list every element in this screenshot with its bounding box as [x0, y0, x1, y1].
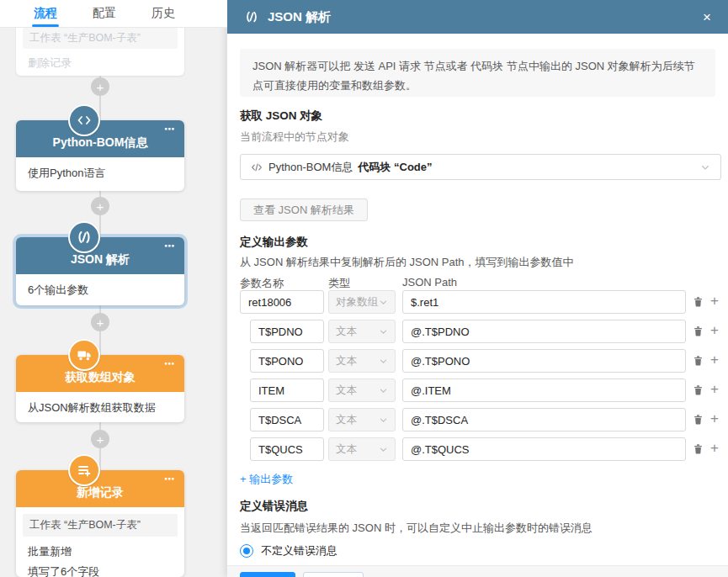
panel-header: JSON 解析 × — [227, 0, 728, 34]
view-json-result-button[interactable]: 查看 JSON 解析结果 — [240, 199, 368, 221]
output-params-heading: 定义输出参数 — [240, 235, 308, 250]
param-path-input[interactable] — [402, 320, 686, 343]
trash-icon[interactable] — [692, 354, 704, 367]
code-icon — [68, 104, 100, 136]
param-row: 文本 + — [227, 378, 728, 402]
param-path-input[interactable] — [402, 378, 686, 402]
param-name-input[interactable] — [240, 290, 324, 314]
add-param-icon[interactable]: + — [710, 440, 719, 457]
node-detail-delete: 删除记录 — [28, 56, 173, 71]
node-title: JSON 解析 — [71, 252, 130, 267]
node-menu-icon[interactable]: ⋯ — [164, 240, 176, 252]
json-parse-icon — [68, 221, 100, 253]
add-param-icon[interactable]: + — [710, 322, 719, 339]
no-error-message-radio[interactable]: 不定义错误消息 — [240, 543, 337, 558]
trash-icon[interactable] — [692, 295, 704, 308]
tab-history[interactable]: 历史 — [151, 0, 175, 27]
node-title: 新增记录 — [77, 485, 124, 500]
node-description: 从JSON解析数组获取数据 — [16, 392, 184, 425]
node-detail-batch: 批量新增 — [23, 542, 178, 562]
param-type-select[interactable]: 文本 — [328, 378, 396, 402]
radio-label: 不定义错误消息 — [261, 543, 337, 558]
param-path-input[interactable] — [402, 349, 686, 373]
chevron-down-icon — [379, 327, 388, 336]
node-menu-icon[interactable]: ⋯ — [164, 357, 176, 370]
chevron-down-icon — [379, 357, 388, 366]
param-path-input[interactable] — [402, 290, 686, 314]
cancel-button[interactable] — [303, 572, 364, 577]
json-parse-panel: JSON 解析 × JSON 解析器可以把 发送 API 请求 节点或者 代码块… — [227, 0, 728, 577]
add-node-button[interactable]: + — [91, 430, 109, 448]
flow-node-add-record[interactable]: 新增记录 ⋯ 工作表 “生产BOM-子表” 批量新增 填写了6个字段 — [16, 470, 184, 577]
param-path-input[interactable] — [402, 408, 686, 431]
error-message-heading: 定义错误消息 — [240, 499, 308, 514]
param-type-select[interactable]: 文本 — [328, 320, 396, 343]
param-type-select[interactable]: 文本 — [328, 349, 396, 373]
add-param-icon[interactable]: + — [710, 410, 719, 427]
column-header-path: JSON Path — [402, 276, 457, 288]
get-json-heading: 获取 JSON 对象 — [240, 109, 322, 124]
tab-flow[interactable]: 流程 — [34, 0, 57, 27]
trash-icon[interactable] — [692, 442, 704, 455]
add-node-button[interactable]: + — [91, 197, 109, 215]
flow-node-python-bom[interactable]: Python-BOM信息 ⋯ 使用Python语言 — [16, 120, 184, 191]
json-source-select[interactable]: Python-BOM信息 代码块 “Code” — [240, 154, 721, 180]
add-output-param-link[interactable]: + 输出参数 — [240, 472, 293, 487]
chevron-down-icon — [379, 416, 388, 425]
node-title: Python-BOM信息 — [53, 135, 148, 151]
node-description: 6个输出参数 — [16, 274, 184, 307]
param-path-input[interactable] — [402, 437, 686, 461]
flow-node-get-array[interactable]: 获取数组对象 ⋯ 从JSON解析数组获取数据 — [16, 355, 184, 422]
trash-icon[interactable] — [692, 413, 704, 426]
param-type-select[interactable]: 对象数组 — [328, 290, 396, 314]
chevron-down-icon — [379, 386, 388, 395]
flow-node-json-parse[interactable]: JSON 解析 ⋯ 6个输出参数 — [16, 237, 184, 305]
param-row: 文本 + — [227, 349, 728, 373]
panel-intro-text: JSON 解析器可以把 发送 API 请求 节点或者 代码块 节点中输出的 JS… — [240, 49, 715, 97]
trash-icon[interactable] — [692, 384, 704, 396]
panel-footer — [227, 565, 728, 577]
param-type-select[interactable]: 文本 — [328, 408, 396, 431]
add-param-icon[interactable]: + — [710, 381, 719, 398]
param-row: 文本 + — [227, 320, 728, 343]
json-parse-icon — [244, 9, 259, 24]
save-button[interactable] — [240, 572, 295, 577]
param-row: 文本 + — [227, 408, 728, 431]
error-message-desc: 当返回匹配错误结果的 JSON 时，可以自定义中止输出参数时的错误消息 — [240, 521, 592, 536]
column-header-name: 参数名称 — [240, 276, 284, 291]
get-json-label: 当前流程中的节点对象 — [240, 130, 349, 145]
chevron-down-icon — [379, 298, 388, 307]
param-row: 对象数组 + — [227, 290, 728, 314]
node-detail-fields: 填写了6个字段 — [23, 562, 178, 577]
panel-title: JSON 解析 — [268, 9, 331, 25]
add-node-button[interactable]: + — [91, 77, 109, 96]
node-menu-icon[interactable]: ⋯ — [164, 123, 176, 135]
node-menu-icon[interactable]: ⋯ — [164, 473, 176, 485]
sidebar-tabbar: 流程 配置 历史 — [0, 0, 227, 28]
param-name-input[interactable] — [250, 320, 324, 343]
trash-icon[interactable] — [692, 325, 704, 337]
code-icon — [251, 161, 263, 173]
tab-config[interactable]: 配置 — [93, 0, 116, 27]
node-title: 获取数组对象 — [65, 370, 136, 385]
selected-node-detail: 代码块 “Code” — [358, 160, 432, 175]
chevron-down-icon — [700, 162, 710, 172]
param-name-input[interactable] — [250, 378, 324, 402]
add-param-icon[interactable]: + — [710, 352, 719, 368]
panel-body: JSON 解析器可以把 发送 API 请求 节点或者 代码块 节点中输出的 JS… — [227, 34, 728, 565]
close-icon[interactable]: × — [703, 10, 711, 24]
radio-icon — [240, 544, 253, 558]
node-detail-worksheet: 工作表 “生产BOM-子表” — [23, 514, 178, 537]
param-name-input[interactable] — [250, 437, 324, 461]
param-row: 文本 + — [227, 437, 728, 461]
output-params-desc: 从 JSON 解析结果中复制解析后的 JSON Path，填写到输出参数值中 — [240, 255, 574, 270]
param-type-select[interactable]: 文本 — [328, 437, 396, 461]
selected-node-name: Python-BOM信息 — [268, 160, 353, 175]
param-name-input[interactable] — [250, 349, 324, 373]
flow-sidebar: 工作表 “生产BOM-子表” 删除记录 流程 配置 历史 + Python-BO… — [0, 0, 227, 577]
param-name-input[interactable] — [250, 408, 324, 431]
node-detail-worksheet: 工作表 “生产BOM-子表” — [23, 28, 178, 49]
add-param-icon[interactable]: + — [710, 293, 719, 310]
node-description: 使用Python语言 — [16, 157, 184, 190]
add-node-button[interactable]: + — [91, 313, 109, 331]
